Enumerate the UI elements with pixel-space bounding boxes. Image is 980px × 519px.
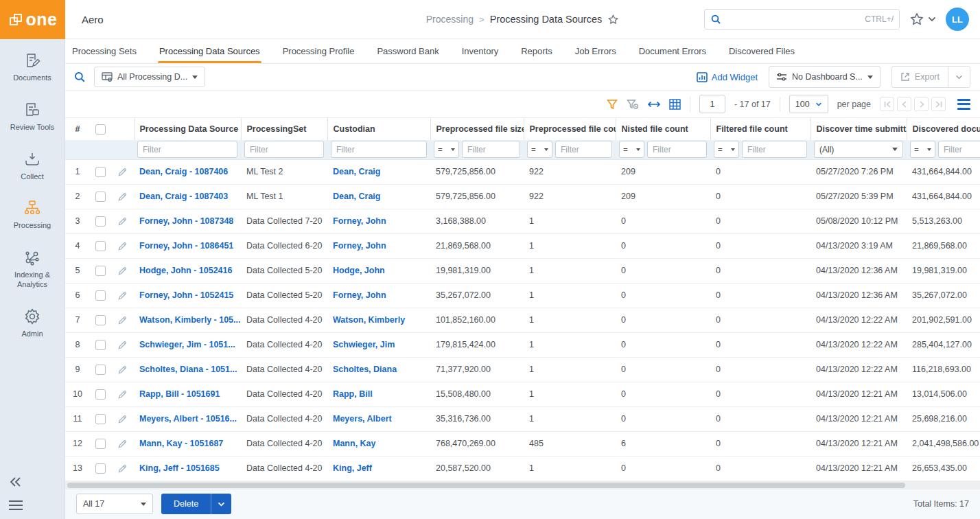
tab[interactable]: Processing Profile <box>283 39 355 63</box>
export-button[interactable]: Export <box>892 67 948 87</box>
brand-logo[interactable]: one <box>0 0 65 39</box>
edit-icon[interactable] <box>117 365 128 375</box>
edit-icon[interactable] <box>117 290 128 301</box>
table-row[interactable]: 8 Schwieger, Jim - 1051... Data Collecte… <box>65 332 980 357</box>
data-source-link[interactable]: Watson, Kimberly - 105... <box>139 315 241 325</box>
table-row[interactable]: 1 Dean, Craig - 1087406 ML Test 2 Dean, … <box>65 159 980 184</box>
edit-icon[interactable] <box>117 340 128 350</box>
sidebar-item-documents[interactable]: Documents <box>0 51 65 83</box>
edit-icon[interactable] <box>117 216 128 227</box>
col-header-discover-time-submitted[interactable]: Discover time submitt... <box>810 118 907 140</box>
data-source-link[interactable]: Scholtes, Diana - 1051... <box>139 365 237 374</box>
sidebar-item-processing[interactable]: Processing <box>0 199 65 231</box>
row-checkbox[interactable] <box>95 216 106 227</box>
filter-operator-select[interactable]: = <box>714 141 739 158</box>
table-row[interactable]: 5 Hodge, John - 1052416 Data Collected 5… <box>65 258 980 283</box>
data-source-link[interactable]: Meyers, Albert - 10516... <box>139 414 237 424</box>
custodian-link[interactable]: Forney, John <box>333 241 386 251</box>
col-header-custodian[interactable]: Custodian <box>327 118 430 140</box>
custodian-link[interactable]: Rapp, Bill <box>333 389 373 399</box>
filter-input-discovered-documents[interactable] <box>938 141 980 158</box>
data-source-link[interactable]: Hodge, John - 1052416 <box>139 266 232 275</box>
row-checkbox[interactable] <box>95 266 106 276</box>
sidebar-item-admin[interactable]: Admin <box>0 308 65 339</box>
edit-icon[interactable] <box>117 414 128 424</box>
col-header-filtered-file-count[interactable]: Filtered file count <box>710 118 810 140</box>
col-header-processing-set[interactable]: ProcessingSet <box>241 118 327 140</box>
row-checkbox[interactable] <box>95 167 106 177</box>
menu-icon[interactable] <box>8 500 23 511</box>
data-source-link[interactable]: Schwieger, Jim - 1051... <box>139 340 235 349</box>
filter-operator-select[interactable]: = <box>910 141 935 158</box>
page-size-select[interactable]: 100 <box>789 95 828 113</box>
page-number-input[interactable] <box>699 95 725 113</box>
filter-icon[interactable] <box>607 99 618 110</box>
custodian-link[interactable]: King, Jeff <box>333 463 372 473</box>
resize-columns-icon[interactable] <box>648 100 660 108</box>
custodian-link[interactable]: Scholtes, Diana <box>333 365 397 374</box>
table-row[interactable]: 13 King, Jeff - 1051685 Data Collected 4… <box>65 456 980 481</box>
table-row[interactable]: 12 Mann, Kay - 1051687 Data Collected 4-… <box>65 431 980 456</box>
row-checkbox[interactable] <box>95 290 106 301</box>
edit-icon[interactable] <box>117 167 128 177</box>
collapse-sidebar-icon[interactable] <box>8 476 22 487</box>
tab[interactable]: Discovered Files <box>729 39 795 63</box>
export-options-button[interactable] <box>948 67 970 87</box>
data-source-link[interactable]: Dean, Craig - 1087406 <box>139 167 228 176</box>
edit-icon[interactable] <box>117 439 128 449</box>
filter-input-custodian[interactable] <box>331 141 427 158</box>
custodian-link[interactable]: Forney, John <box>333 290 386 300</box>
filter-input-processing-data-source[interactable] <box>137 141 237 158</box>
tab[interactable]: Reports <box>521 39 552 63</box>
row-checkbox[interactable] <box>95 463 106 474</box>
tab[interactable]: Password Bank <box>377 39 439 63</box>
data-source-link[interactable]: King, Jeff - 1051685 <box>139 463 220 473</box>
row-checkbox[interactable] <box>95 414 106 424</box>
filter-input-preprocessed-file-count[interactable] <box>555 141 612 158</box>
col-header-discovered-documents[interactable]: Discovered docum <box>907 118 980 140</box>
next-page-button[interactable] <box>914 97 929 111</box>
row-checkbox[interactable] <box>95 439 106 449</box>
col-header-preprocessed-file-count[interactable]: Preprocessed file count <box>524 118 616 140</box>
view-selector-dropdown[interactable]: All Processing D... <box>94 67 205 87</box>
horizontal-scrollbar[interactable] <box>65 481 980 489</box>
custodian-link[interactable]: Meyers, Albert <box>333 414 392 424</box>
row-checkbox[interactable] <box>95 315 106 325</box>
scrollbar-thumb[interactable] <box>67 483 905 488</box>
data-source-link[interactable]: Dean, Craig - 1087403 <box>139 192 228 201</box>
favorite-star-icon[interactable] <box>607 14 619 25</box>
custodian-link[interactable]: Hodge, John <box>333 266 385 275</box>
last-page-button[interactable] <box>931 97 946 111</box>
tab[interactable]: Inventory <box>462 39 498 63</box>
custodian-link[interactable]: Forney, John <box>333 216 386 226</box>
row-checkbox[interactable] <box>95 340 106 350</box>
avatar[interactable]: LL <box>946 8 969 31</box>
table-row[interactable]: 6 Forney, John - 1052415 Data Collected … <box>65 283 980 308</box>
clear-filter-icon[interactable] <box>627 99 639 110</box>
filter-operator-select[interactable]: = <box>527 141 552 158</box>
delete-button[interactable]: Delete <box>161 494 211 514</box>
edit-icon[interactable] <box>117 463 128 474</box>
custodian-link[interactable]: Watson, Kimberly <box>333 315 405 325</box>
breadcrumb-parent[interactable]: Processing <box>426 14 474 25</box>
row-checkbox[interactable] <box>95 192 106 202</box>
sidebar-item-indexing-analytics[interactable]: Indexing & Analytics <box>0 249 65 290</box>
custodian-link[interactable]: Dean, Craig <box>333 167 380 176</box>
grid-columns-icon[interactable] <box>669 99 681 110</box>
custodian-link[interactable]: Schwieger, Jim <box>333 340 395 349</box>
tab[interactable]: Job Errors <box>575 39 616 63</box>
table-row[interactable]: 7 Watson, Kimberly - 105... Data Collect… <box>65 308 980 332</box>
col-header-processing-data-source[interactable]: Processing Data Source <box>134 118 241 140</box>
table-row[interactable]: 4 Forney, John - 1086451 Data Collected … <box>65 233 980 258</box>
edit-icon[interactable] <box>117 315 128 325</box>
data-source-link[interactable]: Forney, John - 1086451 <box>139 241 233 251</box>
row-checkbox[interactable] <box>95 241 106 251</box>
search-icon[interactable] <box>73 71 86 83</box>
custodian-link[interactable]: Dean, Craig <box>333 192 380 201</box>
edit-icon[interactable] <box>117 266 128 276</box>
tab[interactable]: Processing Sets <box>72 39 137 63</box>
filter-input-filtered-file-count[interactable] <box>742 141 807 158</box>
add-widget-button[interactable]: Add Widget <box>697 72 758 82</box>
data-source-link[interactable]: Forney, John - 1052415 <box>139 290 233 300</box>
global-search-input[interactable] <box>725 14 861 25</box>
